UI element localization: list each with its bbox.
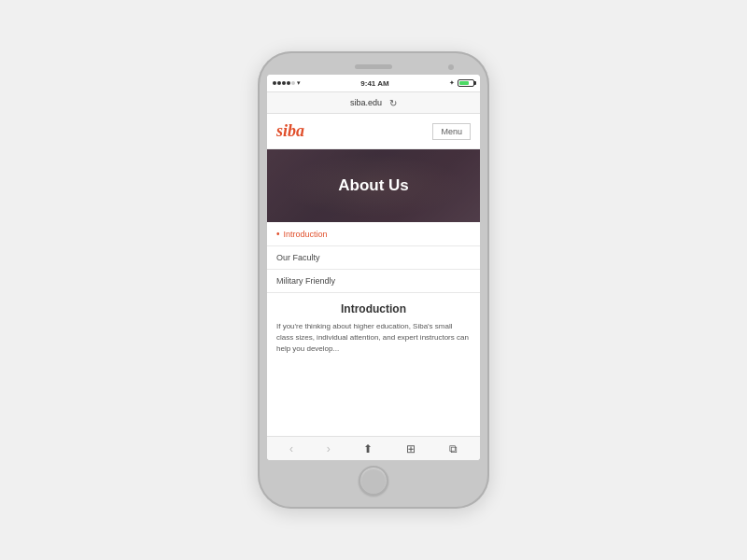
phone-screen: ▾ 9:41 AM ✦ siba.edu ↻ siba Menu — [267, 75, 480, 460]
nav-label-faculty: Our Faculty — [276, 253, 320, 262]
tabs-button[interactable]: ⧉ — [449, 442, 458, 455]
site-logo: siba — [276, 121, 304, 141]
dot5 — [291, 81, 295, 85]
nav-item-military[interactable]: Military Friendly — [267, 270, 480, 293]
status-right: ✦ — [449, 79, 474, 87]
nav-label-introduction: Introduction — [284, 230, 328, 239]
back-button[interactable]: ‹ — [289, 442, 293, 455]
main-content: Introduction If you're thinking about hi… — [267, 293, 480, 436]
nav-label-military: Military Friendly — [276, 276, 335, 286]
nav-item-faculty[interactable]: Our Faculty — [267, 246, 480, 270]
bookmarks-button[interactable]: ⊞ — [406, 442, 416, 455]
status-time: 9:41 AM — [360, 79, 388, 88]
browser-bottom-bar: ‹ › ⬆ ⊞ ⧉ — [267, 436, 480, 460]
content-title: Introduction — [276, 302, 471, 315]
phone-camera — [448, 64, 454, 70]
content-body: If you're thinking about higher educatio… — [276, 321, 471, 355]
phone-frame: ▾ 9:41 AM ✦ siba.edu ↻ siba Menu — [258, 51, 489, 509]
battery — [458, 79, 474, 87]
home-button[interactable] — [359, 466, 388, 496]
menu-button[interactable]: Menu — [432, 123, 471, 140]
refresh-icon[interactable]: ↻ — [389, 98, 397, 108]
wifi-icon: ▾ — [297, 79, 301, 87]
phone-speaker — [355, 64, 392, 69]
status-bar: ▾ 9:41 AM ✦ — [267, 75, 480, 91]
dot3 — [282, 81, 286, 85]
nav-bullet: • — [276, 229, 280, 239]
signal-dots — [273, 81, 295, 85]
url-text: siba.edu — [350, 98, 382, 107]
status-left: ▾ — [273, 79, 301, 87]
battery-fill — [459, 81, 470, 85]
website-content: siba Menu About Us • Introduction Our Fa… — [267, 114, 480, 460]
phone-top-bar — [267, 64, 480, 69]
dot1 — [273, 81, 276, 85]
share-button[interactable]: ⬆ — [363, 442, 373, 455]
nav-section: • Introduction Our Faculty Military Frie… — [267, 222, 480, 293]
site-header: siba Menu — [267, 114, 480, 149]
forward-button[interactable]: › — [327, 442, 331, 455]
bluetooth-icon: ✦ — [449, 79, 455, 87]
dot4 — [287, 81, 290, 85]
nav-item-introduction[interactable]: • Introduction — [267, 222, 480, 246]
hero-title: About Us — [338, 176, 409, 195]
address-bar[interactable]: siba.edu ↻ — [267, 91, 480, 114]
hero-section: About Us — [267, 149, 480, 222]
dot2 — [277, 81, 281, 85]
